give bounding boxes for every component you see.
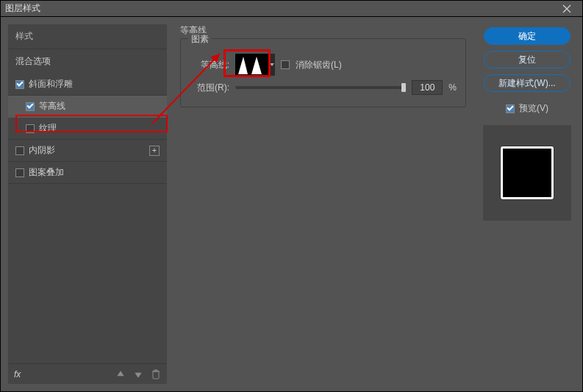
range-slider[interactable] <box>235 86 406 89</box>
contour-label: 等高线: <box>190 59 229 71</box>
contour-picker[interactable] <box>235 54 268 76</box>
style-label: 纹理 <box>39 122 57 135</box>
range-slider-thumb[interactable] <box>401 83 406 92</box>
range-label: 范围(R): <box>190 82 229 94</box>
new-style-button[interactable]: 新建样式(W)... <box>484 74 571 92</box>
preview-label: 预览(V) <box>519 102 548 115</box>
elements-group: 图素 等高线: 消除锯齿(L) <box>180 38 466 107</box>
dialog-title: 图层样式 <box>5 2 556 15</box>
style-texture[interactable]: 纹理 <box>8 118 167 140</box>
style-label: 斜面和浮雕 <box>29 78 73 90</box>
checkbox-bevel[interactable] <box>15 80 24 89</box>
blend-options[interactable]: 混合选项 <box>8 49 167 74</box>
trash-icon[interactable] <box>151 369 161 379</box>
antialias-label: 消除锯齿(L) <box>296 59 342 71</box>
contour-dropdown-button[interactable] <box>268 54 275 76</box>
checkbox-preview[interactable] <box>506 104 515 113</box>
add-inner-shadow-button[interactable]: + <box>149 146 160 156</box>
contour-curve-icon <box>238 55 265 74</box>
styles-footer: fx <box>8 363 167 384</box>
layer-style-dialog: 图层样式 样式 混合选项 斜面和浮雕 等高线 纹理 内阴影 + <box>0 0 583 392</box>
checkbox-texture[interactable] <box>26 124 35 133</box>
group-label: 图素 <box>188 33 212 46</box>
action-panel: 确定 复位 新建样式(W)... 预览(V) <box>479 24 575 384</box>
style-bevel-emboss[interactable]: 斜面和浮雕 <box>8 74 167 96</box>
styles-panel: 样式 混合选项 斜面和浮雕 等高线 纹理 内阴影 + 图案叠加 <box>8 24 167 384</box>
checkbox-antialias[interactable] <box>281 60 290 69</box>
checkbox-inner-shadow[interactable] <box>15 146 24 155</box>
preview-toggle-row: 预览(V) <box>506 102 548 115</box>
range-unit: % <box>448 82 457 93</box>
style-inner-shadow[interactable]: 内阴影 + <box>8 140 167 162</box>
close-icon <box>562 4 571 13</box>
checkbox-contour[interactable] <box>26 102 35 111</box>
dialog-body: 样式 混合选项 斜面和浮雕 等高线 纹理 内阴影 + 图案叠加 <box>1 17 582 391</box>
titlebar: 图层样式 <box>1 1 582 17</box>
preview-box <box>483 125 571 221</box>
preview-thumbnail <box>501 146 554 199</box>
close-button[interactable] <box>556 1 578 17</box>
arrow-up-icon[interactable] <box>115 369 126 379</box>
style-label: 图案叠加 <box>29 166 64 179</box>
style-contour[interactable]: 等高线 <box>8 96 167 118</box>
fx-label[interactable]: fx <box>14 369 108 379</box>
reset-button[interactable]: 复位 <box>484 51 571 68</box>
arrow-down-icon[interactable] <box>133 369 143 379</box>
checkbox-pattern-overlay[interactable] <box>15 168 24 177</box>
styles-header: 样式 <box>8 24 167 49</box>
style-pattern-overlay[interactable]: 图案叠加 <box>8 162 167 184</box>
ok-button[interactable]: 确定 <box>484 27 571 45</box>
style-label: 等高线 <box>39 100 65 113</box>
settings-panel: 等高线 图素 等高线: 消除锯齿(L) <box>174 24 472 384</box>
section-title: 等高线 <box>180 24 466 37</box>
range-input[interactable] <box>412 80 443 95</box>
style-label: 内阴影 <box>29 144 55 157</box>
